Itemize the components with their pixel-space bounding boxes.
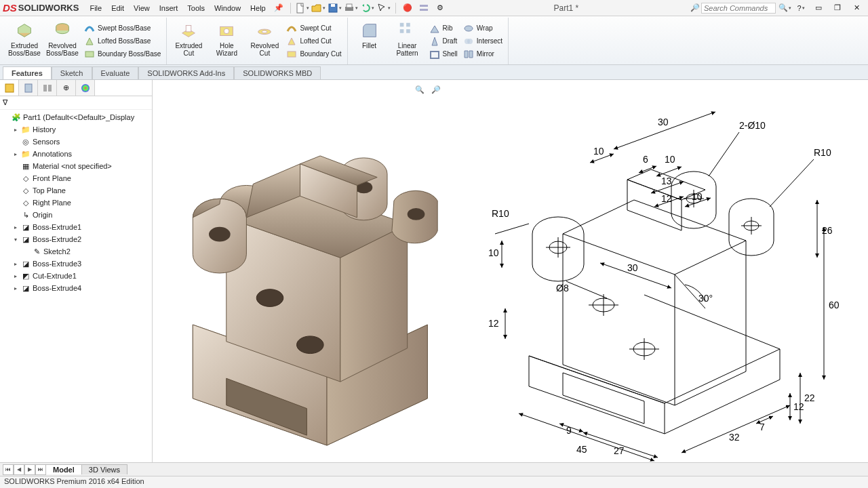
- svg-text:30: 30: [627, 262, 638, 273]
- new-file-button[interactable]: ▾: [295, 1, 310, 15]
- graphics-area[interactable]: 🔍 🔎: [153, 80, 868, 462]
- svg-point-29: [297, 336, 324, 354]
- svg-text:6: 6: [643, 154, 648, 165]
- tab-mbd[interactable]: SOLIDWORKS MBD: [234, 66, 321, 79]
- revolved-cut-button[interactable]: Revolved Cut: [247, 19, 282, 63]
- tab-addins[interactable]: SOLIDWORKS Add-Ins: [138, 66, 234, 79]
- help-button[interactable]: ? ▾: [793, 1, 808, 15]
- menu-window[interactable]: Window: [210, 3, 245, 14]
- dimxpert-tab[interactable]: ⊕: [57, 80, 76, 96]
- menu-edit[interactable]: Edit: [107, 3, 128, 14]
- select-button[interactable]: ▾: [376, 1, 391, 15]
- svg-text:10: 10: [488, 247, 499, 258]
- menu-tools[interactable]: Tools: [183, 3, 209, 14]
- tab-model[interactable]: Model: [45, 464, 82, 474]
- svg-rect-0: [297, 3, 303, 13]
- print-button[interactable]: ▾: [344, 1, 359, 15]
- svg-line-61: [566, 281, 607, 298]
- extruded-boss-button[interactable]: Extruded Boss/Base: [7, 19, 42, 63]
- svg-rect-6: [420, 9, 428, 11]
- search-input[interactable]: [701, 3, 776, 14]
- rib-button[interactable]: Rib: [428, 22, 459, 35]
- linear-pattern-button[interactable]: Linear Pattern: [390, 19, 425, 63]
- revolved-boss-button[interactable]: Revolved Boss/Base: [45, 19, 80, 63]
- menu-file[interactable]: File: [85, 3, 106, 14]
- tree-boss-extrude1[interactable]: ▸◪Boss-Extrude1: [0, 221, 152, 233]
- config-manager-tab[interactable]: [38, 80, 57, 96]
- restore-button[interactable]: ❐: [829, 1, 846, 15]
- menu-insert[interactable]: Insert: [155, 3, 182, 14]
- wrap-button[interactable]: Wrap: [462, 22, 504, 35]
- display-manager-tab[interactable]: [76, 80, 95, 96]
- rebuild-button[interactable]: 🔴: [400, 1, 415, 15]
- mirror-button[interactable]: Mirror: [462, 48, 504, 60]
- hole-wizard-button[interactable]: Hole Wizard: [209, 19, 244, 63]
- tree-sketch2[interactable]: ✎Sketch2: [0, 245, 152, 258]
- settings-gear-icon[interactable]: ⚙: [433, 1, 448, 15]
- tree-material[interactable]: ▦Material <not specified>: [0, 160, 152, 172]
- lofted-boss-button[interactable]: Lofted Boss/Base: [83, 35, 162, 47]
- options-button[interactable]: [416, 1, 431, 15]
- undo-button[interactable]: ▾: [360, 1, 375, 15]
- tab-next-button[interactable]: ▶: [24, 464, 35, 475]
- extruded-cut-button[interactable]: Extruded Cut: [171, 19, 206, 63]
- tab-first-button[interactable]: ⏮: [3, 464, 14, 475]
- tree-root[interactable]: 🧩Part1 (Default<<Default>_Display: [0, 111, 152, 123]
- tab-3dviews[interactable]: 3D Views: [81, 464, 127, 474]
- tree-annotations[interactable]: ▸📁Annotations: [0, 148, 152, 160]
- tree-boss-extrude4[interactable]: ▸◪Boss-Extrude4: [0, 282, 152, 294]
- zoom-area-icon[interactable]: 🔎: [429, 83, 443, 96]
- tab-last-button[interactable]: ⏭: [35, 464, 46, 475]
- tree-cut-extrude1[interactable]: ▸◩Cut-Extrude1: [0, 270, 152, 282]
- tree-origin[interactable]: ↳Origin: [0, 209, 152, 221]
- lofted-cut-button[interactable]: Lofted Cut: [285, 35, 342, 47]
- extrude-icon: ◪: [21, 222, 31, 232]
- tab-sketch[interactable]: Sketch: [52, 66, 92, 79]
- shell-button[interactable]: Shell: [428, 48, 459, 60]
- tab-prev-button[interactable]: ◀: [14, 464, 24, 475]
- model-view[interactable]: 🔍 🔎: [153, 80, 448, 462]
- tree-boss-extrude2[interactable]: ▾◪Boss-Extrude2: [0, 233, 152, 245]
- swept-cut-button[interactable]: Swept Cut: [285, 22, 342, 35]
- svg-text:10: 10: [692, 191, 703, 202]
- tree-top-plane[interactable]: ◇Top Plane: [0, 184, 152, 197]
- tree-history[interactable]: ▸📁History: [0, 123, 152, 136]
- open-file-button[interactable]: ▾: [311, 1, 326, 15]
- tree-filter[interactable]: ∇: [0, 96, 152, 110]
- menu-help[interactable]: Help: [246, 3, 270, 14]
- svg-line-56: [770, 159, 814, 207]
- boundary-boss-button[interactable]: Boundary Boss/Base: [83, 48, 162, 60]
- pushpin-icon[interactable]: 📌: [271, 1, 286, 15]
- svg-text:32: 32: [729, 432, 740, 443]
- feature-tree-tab[interactable]: [0, 80, 19, 96]
- search-dropdown[interactable]: 🔍▾: [777, 1, 792, 15]
- label: Revolved Cut: [247, 42, 282, 57]
- svg-point-30: [209, 227, 231, 242]
- save-button[interactable]: ▾: [328, 1, 342, 15]
- svg-line-70: [682, 405, 790, 453]
- view-tabs: ⏮ ◀ ▶ ⏭ Model 3D Views: [0, 462, 868, 476]
- tree-right-plane[interactable]: ◇Right Plane: [0, 197, 152, 209]
- tab-features[interactable]: Features: [3, 66, 52, 79]
- tree-front-plane[interactable]: ◇Front Plane: [0, 172, 152, 184]
- plane-icon: ◇: [21, 198, 31, 207]
- intersect-button[interactable]: Intersect: [462, 35, 504, 47]
- property-manager-tab[interactable]: [19, 80, 38, 96]
- zoom-fit-icon[interactable]: 🔍: [412, 83, 427, 96]
- svg-rect-26: [48, 85, 52, 92]
- tree-boss-extrude3[interactable]: ▸◪Boss-Extrude3: [0, 258, 152, 270]
- tab-evaluate[interactable]: Evaluate: [92, 66, 139, 79]
- svg-rect-25: [43, 85, 47, 92]
- swept-boss-button[interactable]: Swept Boss/Base: [83, 22, 162, 35]
- svg-text:R10: R10: [814, 147, 831, 158]
- close-button[interactable]: ✕: [848, 1, 865, 15]
- fillet-button[interactable]: Fillet: [352, 19, 387, 63]
- label: Linear Pattern: [390, 42, 425, 57]
- menu-view[interactable]: View: [130, 3, 154, 14]
- tree-sensors[interactable]: ◎Sensors: [0, 136, 152, 148]
- svg-text:27: 27: [614, 445, 625, 456]
- svg-rect-14: [288, 52, 296, 57]
- draft-button[interactable]: Draft: [428, 35, 459, 47]
- minimize-button[interactable]: ▭: [810, 1, 827, 15]
- boundary-cut-button[interactable]: Boundary Cut: [285, 48, 342, 60]
